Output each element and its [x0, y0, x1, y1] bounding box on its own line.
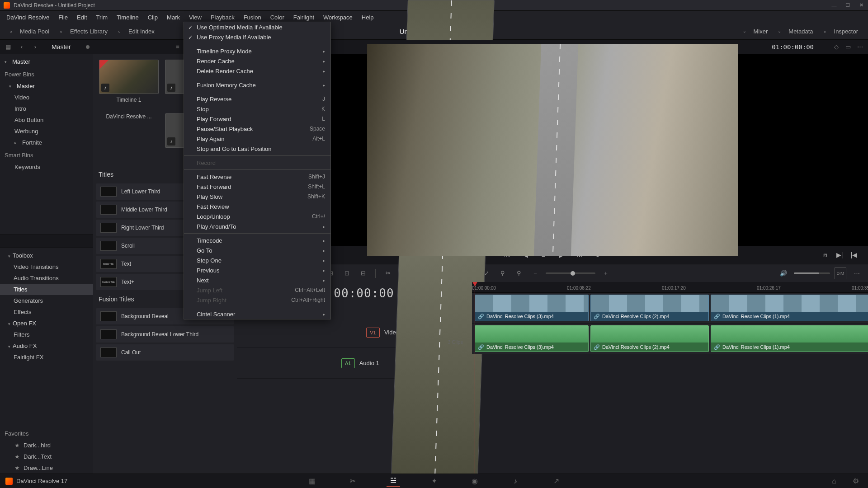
deliver-page-tab[interactable]: ↗ — [549, 476, 563, 487]
menu-item-stop-and-go-to-last-position[interactable]: Stop and Go to Last Position — [184, 144, 330, 154]
replace-clip-button[interactable]: ⊟ — [357, 267, 369, 279]
favorite-item[interactable]: ★ Draw...Line — [0, 462, 93, 474]
metadata-panel[interactable]: ▫Metadata — [776, 26, 816, 37]
viewer-options-icon[interactable]: ⋯ — [855, 42, 864, 52]
overwrite-clip-button[interactable]: ⊡ — [341, 267, 353, 279]
menu-item-fast-review[interactable]: Fast Review — [184, 202, 330, 211]
viewer-timecode[interactable]: 01:00:00:00 — [772, 43, 814, 51]
menu-trim[interactable]: Trim — [92, 11, 113, 23]
effects-library-panel[interactable]: ▫Effects Library — [57, 26, 110, 37]
fx-category[interactable]: Audio FX — [0, 340, 93, 352]
timeline-ruler[interactable]: 01:00:00:0001:00:08:2201:00:17:2001:00:2… — [472, 282, 868, 293]
mixer-panel[interactable]: ▫Mixer — [741, 26, 771, 37]
bin-item[interactable]: Abo Button — [0, 114, 93, 126]
maximize-button[interactable]: ☐ — [844, 2, 851, 9]
blade-edit-button[interactable]: ✂ — [382, 267, 394, 279]
menu-davinci-resolve[interactable]: DaVinci Resolve — [2, 11, 54, 23]
timeline-canvas[interactable]: 01:00:00:0001:00:08:2201:00:17:2001:00:2… — [472, 282, 868, 474]
program-viewer[interactable] — [237, 54, 868, 246]
inspector-panel[interactable]: ▫Inspector — [821, 26, 861, 37]
clip-item[interactable]: ♪Timeline 1 — [99, 60, 159, 108]
custom-zoom-button[interactable]: ⚲ — [513, 267, 525, 279]
timeline-clip[interactable]: 🔗DaVinci Resolve Clips (3).mp4 — [475, 325, 589, 352]
timeline-clip[interactable]: 🔗DaVinci Resolve Clips (2).mp4 — [590, 325, 709, 352]
jog-in-button[interactable]: |◀ — [849, 250, 859, 260]
match-frame-button[interactable]: ⧈ — [820, 250, 830, 260]
bin-view-toggle[interactable]: ▤ — [4, 42, 13, 52]
fusion-page-tab[interactable]: ✦ — [427, 476, 441, 487]
menu-item-play-slow[interactable]: Play SlowShift+K — [184, 192, 330, 202]
menu-item-stop[interactable]: StopK — [184, 104, 330, 114]
media-page-tab[interactable]: ▦ — [305, 476, 319, 487]
timeline-clip[interactable]: 🔗DaVinci Resolve Clips (2).mp4 — [590, 295, 709, 321]
menu-item-play-forward[interactable]: Play ForwardL — [184, 114, 330, 124]
cut-page-tab[interactable]: ✂ — [346, 476, 359, 487]
metadata-view-button[interactable]: ≡ — [173, 42, 183, 52]
menu-item-play-reverse[interactable]: Play ReverseJ — [184, 94, 330, 104]
menu-item-play-around-to[interactable]: Play Around/To — [184, 221, 330, 231]
menu-item-play-again[interactable]: Play AgainAlt+L — [184, 134, 330, 144]
fx-category[interactable]: Open FX — [0, 318, 93, 329]
timeline-clip[interactable]: 🔗DaVinci Resolve Clips (1).mp4 — [711, 325, 868, 352]
detail-zoom-button[interactable]: ⚲ — [497, 267, 509, 279]
color-page-tab[interactable]: ◉ — [468, 476, 481, 487]
close-button[interactable]: ✕ — [858, 2, 864, 9]
jog-out-button[interactable]: ▶| — [835, 250, 844, 260]
menu-item-fast-reverse[interactable]: Fast ReverseShift+J — [184, 172, 330, 182]
minimize-button[interactable]: — — [831, 2, 837, 9]
fx-category[interactable]: Toolbox — [0, 250, 93, 261]
clip-item[interactable]: ♪DaVinci Resolve ... — [99, 113, 159, 162]
mute-icon[interactable]: 🔊 — [778, 267, 789, 279]
menu-item-next[interactable]: Next — [184, 275, 330, 285]
bin-item[interactable]: Video — [0, 92, 93, 103]
fx-category[interactable]: Filters — [0, 329, 93, 340]
title-preset[interactable]: Call Out — [96, 344, 234, 361]
menu-mark[interactable]: Mark — [162, 11, 184, 23]
menu-timeline[interactable]: Timeline — [112, 11, 143, 23]
timeline-clip[interactable]: 🔗DaVinci Resolve Clips (3).mp4 — [475, 295, 589, 321]
bypass-fx-button[interactable]: ◇ — [832, 42, 841, 52]
menu-item-use-optimized-media-if-available[interactable]: Use Optimized Media if Available — [184, 22, 330, 32]
menu-item-timeline-proxy-mode[interactable]: Timeline Proxy Mode — [184, 46, 330, 56]
fx-category[interactable]: Video Transitions — [0, 261, 93, 272]
menu-item-go-to[interactable]: Go To — [184, 245, 330, 255]
zoom-in-button[interactable]: + — [600, 267, 612, 279]
fx-category[interactable]: Titles — [0, 284, 93, 295]
menu-item-cintel-scanner[interactable]: Cintel Scanner — [184, 309, 330, 319]
menu-item-pause-start-playback[interactable]: Pause/Start PlaybackSpace — [184, 124, 330, 134]
playhead[interactable] — [475, 282, 475, 474]
zoom-slider[interactable] — [546, 272, 595, 274]
bin-root[interactable]: Master — [0, 56, 93, 67]
nav-back[interactable]: ‹ — [17, 42, 26, 52]
menu-edit[interactable]: Edit — [72, 11, 91, 23]
bin-item[interactable]: Fortnite — [0, 137, 93, 148]
menu-file[interactable]: File — [54, 11, 72, 23]
fx-category[interactable]: Effects — [0, 306, 93, 318]
project-settings-button[interactable]: ⚙ — [849, 476, 863, 487]
menu-clip[interactable]: Clip — [143, 11, 162, 23]
menu-help[interactable]: Help — [357, 11, 378, 23]
fx-category[interactable]: Generators — [0, 295, 93, 306]
track-lane[interactable]: 🔗DaVinci Resolve Clips (3).mp4🔗DaVinci R… — [472, 293, 868, 324]
track-lane[interactable]: 🔗DaVinci Resolve Clips (3).mp4🔗DaVinci R… — [472, 324, 868, 354]
menu-item-delete-render-cache[interactable]: Delete Render Cache — [184, 66, 330, 76]
fx-category[interactable]: Audio Transitions — [0, 272, 93, 284]
nav-fwd[interactable]: › — [31, 42, 40, 52]
bin-breadcrumb[interactable]: Master — [52, 43, 81, 51]
bin-item[interactable]: Keywords — [0, 161, 93, 173]
menu-item-step-one[interactable]: Step One — [184, 255, 330, 265]
single-viewer-button[interactable]: ▭ — [844, 42, 853, 52]
edit-page-tab[interactable]: ☱ — [387, 476, 400, 487]
title-preset[interactable]: Background Reveal Lower Third — [96, 326, 234, 343]
bin-item[interactable]: Werbung — [0, 126, 93, 137]
menu-item-loop-unloop[interactable]: Loop/UnloopCtrl+/ — [184, 211, 330, 221]
timeline-options-icon[interactable]: ⋯ — [851, 267, 863, 279]
edit-index-panel[interactable]: ▫Edit Index — [116, 26, 157, 37]
timeline-clip[interactable]: 🔗DaVinci Resolve Clips (1).mp4 — [711, 295, 868, 321]
home-button[interactable]: ⌂ — [827, 476, 841, 487]
bin-item[interactable]: Master — [0, 80, 93, 92]
media-pool-panel[interactable]: ▫Media Pool — [7, 26, 52, 37]
volume-slider[interactable] — [794, 272, 830, 274]
menu-item-timecode[interactable]: Timecode — [184, 235, 330, 245]
bin-item[interactable]: Intro — [0, 103, 93, 114]
